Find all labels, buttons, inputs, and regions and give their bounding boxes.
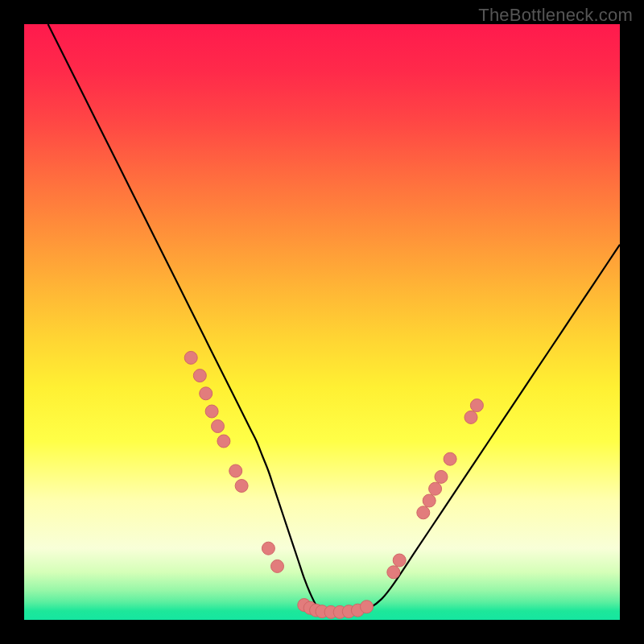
data-marker [200, 387, 213, 400]
chart-frame: TheBottleneck.com [0, 0, 644, 644]
data-marker [229, 464, 242, 477]
data-marker [193, 369, 206, 382]
data-marker [361, 601, 374, 613]
plot-area [24, 24, 620, 620]
data-marker [262, 542, 275, 555]
data-marker [235, 480, 248, 493]
data-marker [205, 405, 218, 418]
data-marker [212, 420, 225, 433]
data-marker [429, 482, 442, 495]
data-marker [464, 411, 477, 423]
data-marker [423, 494, 436, 507]
data-marker [184, 351, 197, 364]
bottleneck-curve [48, 24, 620, 613]
data-marker [417, 506, 430, 519]
data-marker [387, 566, 400, 579]
chart-overlay [24, 24, 620, 620]
data-marker [444, 452, 456, 465]
watermark-text: TheBottleneck.com [478, 5, 633, 26]
data-markers [184, 351, 483, 618]
data-marker [271, 559, 284, 572]
data-marker [470, 399, 483, 412]
data-marker [217, 435, 230, 448]
data-marker [435, 470, 448, 483]
data-marker [393, 554, 406, 567]
